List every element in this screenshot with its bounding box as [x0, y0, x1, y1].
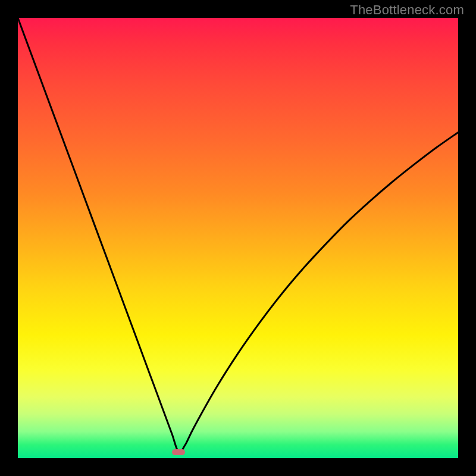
curve-path — [18, 18, 458, 452]
bottleneck-curve — [18, 18, 458, 458]
optimal-marker — [172, 449, 185, 455]
chart-frame: TheBottleneck.com — [0, 0, 476, 476]
watermark-text: TheBottleneck.com — [350, 2, 464, 18]
